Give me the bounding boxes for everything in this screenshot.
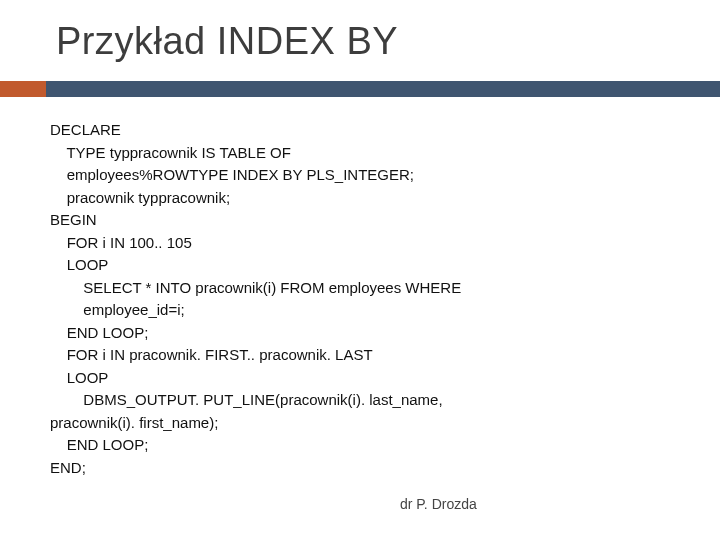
divider-bar bbox=[0, 81, 720, 97]
slide-title: Przykład INDEX BY bbox=[56, 20, 720, 63]
author-label: dr P. Drozda bbox=[400, 496, 477, 512]
main-segment bbox=[46, 81, 720, 97]
code-block: DECLARE TYPE typpracownik IS TABLE OF em… bbox=[0, 97, 720, 479]
accent-segment bbox=[0, 81, 46, 97]
slide: Przykład INDEX BY DECLARE TYPE typpracow… bbox=[0, 0, 720, 540]
title-area: Przykład INDEX BY bbox=[0, 0, 720, 63]
